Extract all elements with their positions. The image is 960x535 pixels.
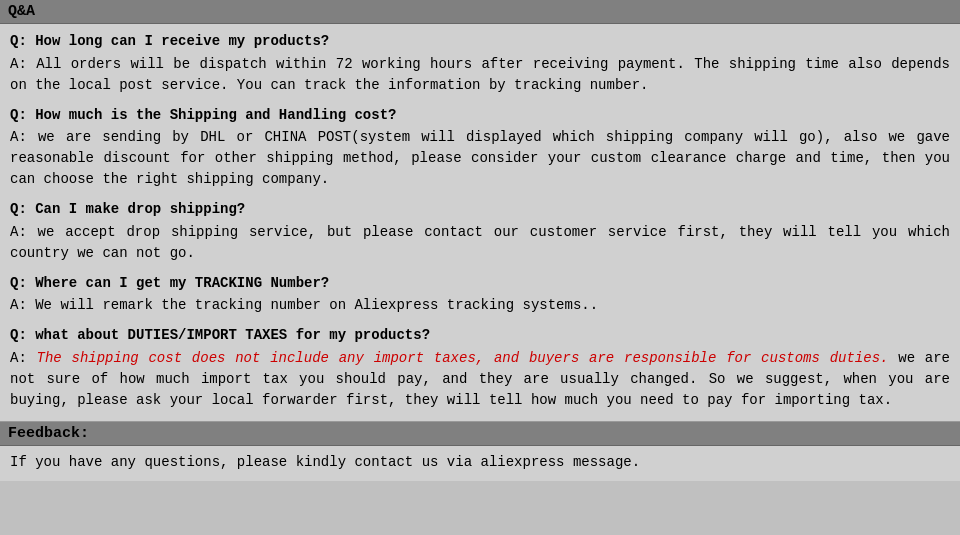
answer-3: A: we accept drop shipping service, but … [10,222,950,264]
qa-title: Q&A [8,3,35,20]
answer-5-prefix: A: [10,350,37,366]
qa-block-1: Q: How long can I receive my products? A… [10,32,950,96]
question-1: Q: How long can I receive my products? [10,32,950,52]
question-2: Q: How much is the Shipping and Handling… [10,106,950,126]
answer-5: A: The shipping cost does not include an… [10,348,950,411]
qa-section: Q: How long can I receive my products? A… [0,24,960,421]
feedback-text: If you have any questions, please kindly… [10,452,950,473]
answer-5-red: The shipping cost does not include any i… [37,350,889,366]
feedback-title: Feedback: [8,425,89,442]
question-3: Q: Can I make drop shipping? [10,200,950,220]
answer-4: A: We will remark the tracking number on… [10,295,950,316]
answer-2: A: we are sending by DHL or CHINA POST(s… [10,127,950,190]
question-4: Q: Where can I get my TRACKING Number? [10,274,950,294]
qa-block-3: Q: Can I make drop shipping? A: we accep… [10,200,950,264]
question-5: Q: what about DUTIES/IMPORT TAXES for my… [10,326,950,346]
feedback-section: If you have any questions, please kindly… [0,446,960,481]
qa-block-2: Q: How much is the Shipping and Handling… [10,106,950,191]
main-container: Q&A Q: How long can I receive my product… [0,0,960,481]
qa-block-5: Q: what about DUTIES/IMPORT TAXES for my… [10,326,950,411]
feedback-header: Feedback: [0,421,960,446]
qa-header: Q&A [0,0,960,24]
answer-1: A: All orders will be dispatch within 72… [10,54,950,96]
qa-block-4: Q: Where can I get my TRACKING Number? A… [10,274,950,317]
